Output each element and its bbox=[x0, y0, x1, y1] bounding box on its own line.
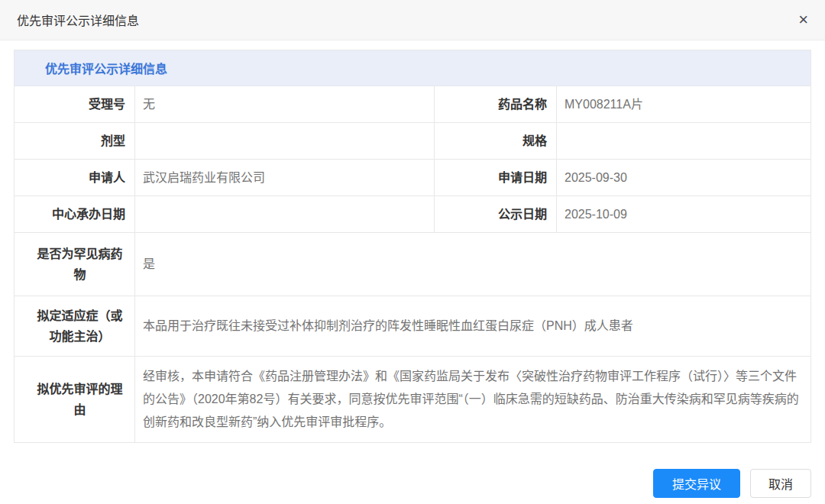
table-row: 拟定适应症（或功能主治） 本品用于治疗既往未接受过补体抑制剂治疗的阵发性睡眠性血… bbox=[15, 296, 810, 357]
table-row: 申请人 武汉启瑞药业有限公司 申请日期 2025-09-30 bbox=[15, 160, 810, 196]
acceptance-no-label: 受理号 bbox=[15, 86, 135, 122]
table-row: 中心承办日期 公示日期 2025-10-09 bbox=[15, 196, 810, 233]
table-row: 剂型 规格 bbox=[15, 123, 810, 160]
submit-objection-button[interactable]: 提交异议 bbox=[653, 469, 740, 498]
modal-footer: 提交异议 取消 bbox=[0, 469, 811, 498]
indication-value: 本品用于治疗既往未接受过补体抑制剂治疗的阵发性睡眠性血红蛋白尿症（PNH）成人患… bbox=[135, 296, 810, 356]
cancel-button[interactable]: 取消 bbox=[750, 469, 811, 498]
apply-date-value: 2025-09-30 bbox=[557, 160, 810, 195]
apply-date-label: 申请日期 bbox=[435, 160, 557, 195]
priority-review-detail-modal: 优先审评公示详细信息 × 优先审评公示详细信息 受理号 无 药品名称 MY008… bbox=[0, 0, 825, 504]
applicant-value: 武汉启瑞药业有限公司 bbox=[135, 160, 435, 195]
spec-value bbox=[557, 123, 810, 159]
modal-header: 优先审评公示详细信息 × bbox=[0, 0, 825, 40]
table-row: 是否为罕见病药物 是 bbox=[15, 233, 810, 296]
acceptance-no-value: 无 bbox=[135, 86, 435, 122]
publicity-date-label: 公示日期 bbox=[435, 196, 557, 232]
detail-table: 优先审评公示详细信息 受理号 无 药品名称 MY008211A片 剂型 规格 申… bbox=[14, 50, 811, 443]
indication-label: 拟定适应症（或功能主治） bbox=[15, 296, 135, 356]
close-icon[interactable]: × bbox=[798, 11, 808, 28]
section-header: 优先审评公示详细信息 bbox=[15, 50, 810, 86]
rare-disease-value: 是 bbox=[135, 233, 810, 296]
rare-disease-label: 是否为罕见病药物 bbox=[15, 233, 135, 296]
publicity-date-value: 2025-10-09 bbox=[557, 196, 810, 232]
center-date-value bbox=[135, 196, 435, 232]
spec-label: 规格 bbox=[435, 123, 557, 159]
table-row: 受理号 无 药品名称 MY008211A片 bbox=[15, 86, 810, 123]
drug-name-label: 药品名称 bbox=[435, 86, 557, 122]
applicant-label: 申请人 bbox=[15, 160, 135, 195]
dosage-form-value bbox=[135, 123, 435, 159]
center-date-label: 中心承办日期 bbox=[15, 196, 135, 232]
drug-name-value: MY008211A片 bbox=[557, 86, 810, 122]
reason-label: 拟优先审评的理由 bbox=[15, 357, 135, 442]
table-row: 拟优先审评的理由 经审核，本申请符合《药品注册管理办法》和《国家药监局关于发布〈… bbox=[15, 357, 810, 442]
dosage-form-label: 剂型 bbox=[15, 123, 135, 159]
modal-title: 优先审评公示详细信息 bbox=[17, 11, 139, 29]
reason-value: 经审核，本申请符合《药品注册管理办法》和《国家药监局关于发布〈突破性治疗药物审评… bbox=[135, 357, 810, 442]
